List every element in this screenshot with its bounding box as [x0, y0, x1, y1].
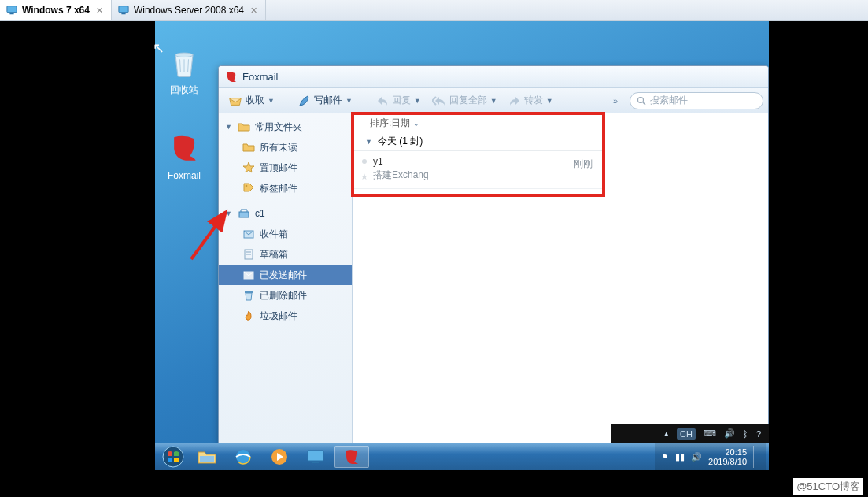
taskbar-ie[interactable]: [226, 446, 260, 468]
windows-taskbar: ⚑ ▮▮ 🔊 20:15 2019/8/10: [155, 443, 769, 470]
mail-preview-pane: [604, 113, 768, 443]
system-tray: ⚑ ▮▮ 🔊 20:15 2019/8/10: [655, 443, 766, 470]
window-title: Foxmail: [242, 71, 279, 83]
svg-rect-14: [245, 291, 253, 293]
star-icon[interactable]: ★: [360, 172, 368, 182]
search-icon: [637, 96, 646, 106]
mail-group-today[interactable]: ▼ 今天 (1 封): [354, 132, 602, 151]
tray-clock[interactable]: 20:15 2019/8/10: [708, 447, 747, 466]
sidebar-common-folders[interactable]: ▼ 常用文件夹: [219, 117, 352, 137]
taskbar-explorer[interactable]: [190, 446, 224, 468]
foxmail-icon: [167, 132, 201, 166]
annotation-highlight-box: 排序:日期 ⌄ ▼ 今天 (1 封) ★ y1 搭建Exchang 刚: [351, 112, 605, 197]
windows-desktop[interactable]: 回收站 Foxmail G c1@ljq.c Foxmail 收取▼: [155, 21, 769, 470]
svg-rect-21: [308, 451, 323, 461]
chevron-down-icon: ▼: [490, 97, 497, 105]
vm-tab-win7[interactable]: Windows 7 x64 ✕: [0, 0, 112, 20]
bluetooth-icon[interactable]: ᛒ: [743, 429, 748, 439]
close-icon[interactable]: ✕: [249, 6, 259, 16]
mail-subject: 搭建Exchang: [373, 169, 591, 182]
recycle-bin-icon: [167, 45, 201, 80]
vm-viewport: ↖ 回收站 Foxmail G c1@ljq.c Foxmail 收取▼: [0, 21, 868, 497]
unread-dot-icon: [362, 159, 367, 164]
sidebar-pinned[interactable]: 置顶邮件: [219, 158, 352, 178]
close-icon[interactable]: ✕: [94, 6, 105, 16]
sidebar-tagged[interactable]: 标签邮件: [219, 178, 352, 198]
inbox-icon: [242, 228, 255, 240]
reply-all-button[interactable]: 回复全部▼: [427, 91, 502, 109]
monitor-icon: [118, 5, 129, 16]
vm-icon: [306, 448, 325, 465]
keyboard-icon[interactable]: ⌨: [704, 428, 716, 439]
volume-icon[interactable]: 🔊: [724, 428, 735, 439]
draft-icon: [242, 248, 255, 261]
media-icon: [270, 447, 289, 466]
forward-button[interactable]: 转发▼: [504, 91, 558, 109]
svg-rect-17: [200, 456, 214, 462]
feather-icon: [298, 95, 311, 107]
forward-arrow-icon: [508, 95, 521, 106]
sidebar-account-c1[interactable]: ▼ c1: [219, 203, 352, 224]
vm-tab-winserver[interactable]: Windows Server 2008 x64 ✕: [112, 0, 266, 20]
folder-icon: [238, 121, 250, 133]
sidebar-sent[interactable]: 已发送邮件: [219, 265, 352, 285]
svg-point-7: [246, 185, 248, 187]
fire-icon: [242, 310, 255, 322]
desktop-icon-label: Foxmail: [157, 170, 212, 181]
monitor-icon: [6, 5, 17, 16]
reply-arrow-icon: [376, 95, 389, 106]
svg-rect-1: [9, 13, 13, 15]
sidebar-deleted[interactable]: 已删除邮件: [219, 285, 352, 306]
compose-button[interactable]: 写邮件▼: [294, 91, 357, 109]
search-input[interactable]: 搜索邮件: [630, 92, 763, 109]
svg-line-6: [643, 102, 645, 105]
svg-rect-22: [312, 462, 319, 463]
show-desktop-button[interactable]: [753, 446, 759, 468]
chevron-down-icon: ⌄: [413, 120, 419, 128]
mail-item[interactable]: ★ y1 搭建Exchang 刚刚: [354, 151, 602, 189]
vm-tab-bar: Windows 7 x64 ✕ Windows Server 2008 x64 …: [0, 0, 868, 21]
desktop-icon-foxmail[interactable]: Foxmail: [157, 132, 212, 181]
sidebar-all-unread[interactable]: 所有未读: [219, 137, 352, 158]
system-tray-dark: ▴ CH ⌨ 🔊 ᛒ ?: [611, 424, 769, 443]
sidebar-drafts[interactable]: 草稿箱: [219, 244, 352, 265]
taskbar-foxmail-running[interactable]: [334, 446, 369, 468]
inbox-icon: [228, 95, 242, 107]
svg-point-16: [163, 447, 183, 467]
windows-logo-icon: [161, 445, 185, 469]
ie-icon: [234, 447, 253, 466]
star-icon: [242, 161, 255, 174]
svg-rect-0: [7, 6, 17, 13]
toolbar-overflow[interactable]: »: [610, 96, 622, 106]
mail-time: 刚刚: [574, 158, 593, 171]
up-arrow-icon[interactable]: ▴: [664, 428, 669, 439]
svg-rect-2: [119, 6, 128, 13]
desktop-icon-recycle-bin[interactable]: 回收站: [157, 45, 212, 97]
receive-button[interactable]: 收取▼: [223, 91, 279, 109]
search-placeholder: 搜索邮件: [650, 94, 688, 107]
trash-icon: [242, 289, 255, 302]
sidebar-inbox[interactable]: 收件箱: [219, 224, 352, 244]
sidebar-junk[interactable]: 垃圾邮件: [219, 306, 352, 326]
mouse-cursor-icon: ↖: [153, 39, 164, 57]
svg-point-5: [638, 97, 644, 102]
taskbar-mediaplayer[interactable]: [262, 446, 297, 468]
network-icon[interactable]: ▮▮: [675, 452, 685, 462]
mail-list-pane: 排序:日期 ⌄ ▼ 今天 (1 封) ★ y1 搭建Exchang 刚: [353, 113, 604, 443]
volume-icon[interactable]: 🔊: [691, 452, 702, 462]
taskbar-vm[interactable]: [298, 446, 333, 468]
language-indicator[interactable]: CH: [677, 428, 696, 440]
foxmail-logo-icon: [225, 71, 238, 83]
help-icon[interactable]: ?: [756, 429, 761, 439]
tag-icon: [242, 182, 255, 195]
action-center-icon[interactable]: ⚑: [661, 452, 669, 462]
svg-rect-3: [121, 13, 125, 15]
vm-tab-label: Windows Server 2008 x64: [134, 5, 244, 16]
reply-button[interactable]: 回复▼: [371, 91, 426, 109]
chevron-down-icon: ▼: [268, 97, 275, 105]
folder-icon: [242, 141, 255, 154]
chevron-down-icon: ▼: [365, 138, 373, 146]
start-button[interactable]: [158, 444, 188, 469]
sort-header[interactable]: 排序:日期 ⌄: [354, 115, 602, 132]
foxmail-titlebar[interactable]: Foxmail: [219, 66, 768, 88]
